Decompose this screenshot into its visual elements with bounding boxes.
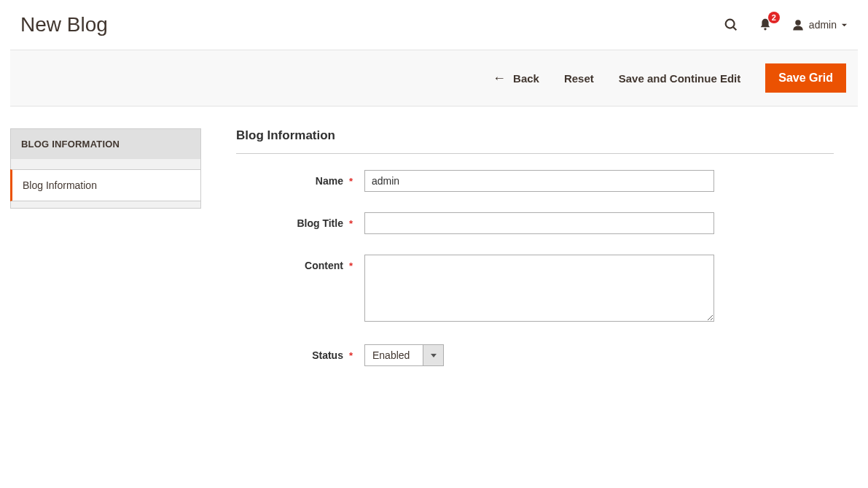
status-select-value: Enabled <box>365 345 423 365</box>
save-grid-button[interactable]: Save Grid <box>765 63 846 93</box>
required-mark: * <box>349 260 353 271</box>
content-area: BLOG INFORMATION Blog Information Blog I… <box>0 106 868 416</box>
header-tools: 2 admin <box>723 17 848 33</box>
blog-title-input[interactable] <box>364 212 714 234</box>
reset-button[interactable]: Reset <box>564 72 594 85</box>
field-label: Status* <box>236 344 353 361</box>
field-label: Content* <box>236 255 353 271</box>
actions-toolbar: Back Reset Save and Continue Edit Save G… <box>10 50 858 106</box>
field-label: Name* <box>236 170 353 187</box>
section-title: Blog Information <box>236 128 834 154</box>
field-row-content: Content* <box>236 255 834 324</box>
back-button[interactable]: Back <box>493 71 539 86</box>
svg-line-1 <box>733 27 736 30</box>
required-mark: * <box>349 350 353 361</box>
required-mark: * <box>349 176 353 187</box>
field-row-status: Status* Enabled <box>236 344 834 366</box>
side-tab-blog-information[interactable]: Blog Information <box>10 169 201 201</box>
field-label: Blog Title* <box>236 212 353 229</box>
required-mark: * <box>349 218 353 229</box>
user-label: admin <box>809 19 837 31</box>
status-select[interactable]: Enabled <box>364 344 444 366</box>
form-panel: Blog Information Name* Blog Title* <box>236 128 834 387</box>
save-continue-button[interactable]: Save and Continue Edit <box>619 72 741 85</box>
name-input[interactable] <box>364 170 714 192</box>
field-row-name: Name* <box>236 170 834 192</box>
svg-point-0 <box>726 20 735 28</box>
user-icon <box>791 18 805 31</box>
side-tab-footer <box>10 201 201 209</box>
svg-point-3 <box>795 20 801 26</box>
search-icon[interactable] <box>723 17 739 33</box>
side-tab-divider <box>10 159 201 169</box>
side-tabs: BLOG INFORMATION Blog Information <box>10 128 201 209</box>
notification-badge: 2 <box>768 12 780 23</box>
chevron-down-icon <box>423 345 443 365</box>
page-header: New Blog 2 admin <box>0 0 868 50</box>
side-tab-label: Blog Information <box>23 179 97 191</box>
arrow-left-icon <box>493 71 506 86</box>
page-title: New Blog <box>20 13 108 36</box>
chevron-down-icon <box>841 22 848 28</box>
svg-point-2 <box>764 28 766 30</box>
user-menu[interactable]: admin <box>791 18 848 31</box>
field-row-blog-title: Blog Title* <box>236 212 834 234</box>
notifications-icon[interactable]: 2 <box>758 18 773 32</box>
content-textarea[interactable] <box>364 255 714 322</box>
side-tab-header: BLOG INFORMATION <box>10 128 201 159</box>
